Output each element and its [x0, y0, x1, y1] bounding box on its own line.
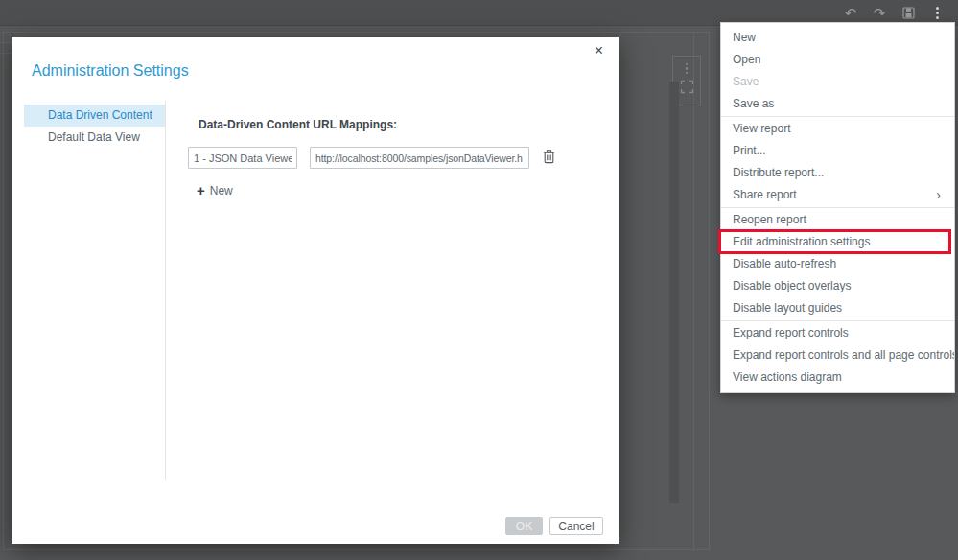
dialog-title: Administration Settings	[32, 62, 189, 80]
add-new-mapping-button[interactable]: + New	[197, 183, 233, 198]
menu-item-label: Edit administration settings	[733, 235, 870, 248]
menu-item-disable-object-overlays[interactable]: Disable object overlays	[721, 275, 954, 297]
menu-item-edit-administration-settings[interactable]: Edit administration settings	[721, 231, 954, 253]
mapping-row	[188, 147, 555, 169]
menu-item-disable-layout-guides[interactable]: Disable layout guides	[721, 297, 954, 319]
redo-icon: ↷	[873, 6, 886, 21]
menu-item-save-as[interactable]: Save as	[721, 93, 954, 115]
ok-button[interactable]: OK	[505, 517, 543, 535]
sidebar-item-default-data-view[interactable]: Default Data View	[24, 127, 165, 149]
menu-item-open[interactable]: Open	[721, 49, 954, 71]
maximize-object-icon	[680, 80, 694, 98]
menu-separator	[721, 207, 954, 208]
menu-item-reopen-report[interactable]: Reopen report	[721, 209, 954, 231]
undo-icon: ↶	[844, 6, 857, 21]
screen: ↶ ↷ × Administration Settings	[0, 0, 958, 560]
dialog-footer: OK Cancel	[505, 517, 603, 535]
menu-item-expand-report-and-page-controls[interactable]: Expand report controls and all page cont…	[721, 344, 954, 366]
menu-item-save: Save	[721, 71, 954, 93]
mapping-name-input[interactable]	[188, 147, 297, 169]
url-mappings-label: Data-Driven Content URL Mappings:	[199, 118, 397, 131]
menu-item-share-report[interactable]: Share report ›	[721, 184, 954, 206]
menu-separator	[721, 320, 954, 321]
menu-item-view-report[interactable]: View report	[721, 118, 954, 140]
save-icon	[901, 6, 915, 21]
context-menu: New Open Save Save as View report Print.…	[720, 22, 955, 393]
menu-item-label: Share report	[733, 188, 797, 201]
panel-divider-dimmed	[693, 32, 694, 551]
administration-settings-dialog: × Administration Settings Data Driven Co…	[12, 37, 619, 544]
menu-item-print[interactable]: Print...	[721, 140, 954, 162]
sidebar-divider	[165, 101, 166, 480]
more-options-icon[interactable]	[930, 6, 944, 21]
close-icon[interactable]: ×	[592, 41, 606, 60]
plus-icon: +	[197, 183, 205, 198]
menu-item-expand-report-controls[interactable]: Expand report controls	[721, 322, 954, 344]
menu-item-new[interactable]: New	[721, 27, 954, 49]
menu-item-view-actions-diagram[interactable]: View actions diagram	[721, 366, 954, 388]
dialog-sidebar: Data Driven Content Default Data View	[24, 105, 165, 149]
object-menu-kebab-icon	[686, 63, 689, 75]
mapping-url-input[interactable]	[310, 147, 529, 169]
menu-separator	[721, 116, 954, 117]
delete-mapping-button[interactable]	[542, 151, 555, 166]
vertical-scrollbar-dimmed	[669, 82, 679, 503]
add-new-label: New	[210, 184, 233, 198]
menu-item-disable-auto-refresh[interactable]: Disable auto-refresh	[721, 253, 954, 275]
menu-item-distribute-report[interactable]: Distribute report...	[721, 162, 954, 184]
trash-icon	[543, 150, 555, 167]
cancel-button[interactable]: Cancel	[549, 517, 603, 535]
chevron-right-icon: ›	[936, 184, 941, 206]
sidebar-item-data-driven-content[interactable]: Data Driven Content	[24, 105, 165, 127]
